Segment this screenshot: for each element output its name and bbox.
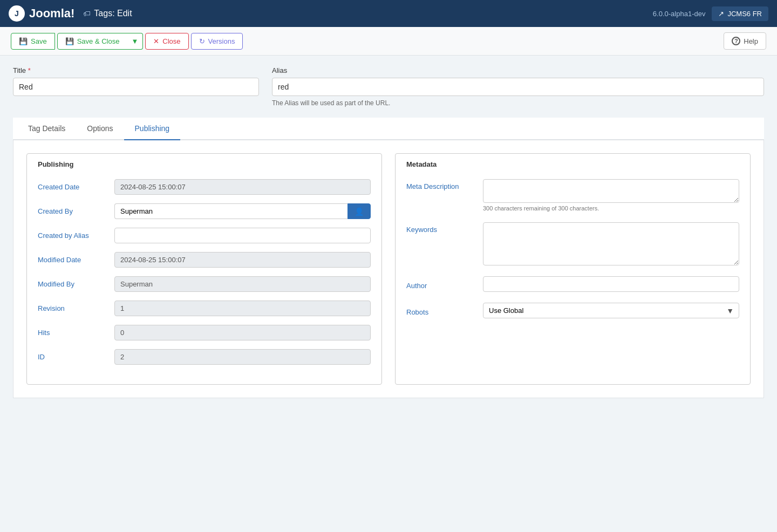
close-icon: ✕ <box>153 37 159 45</box>
help-icon: ? <box>732 37 740 45</box>
modified-by-field: Modified By <box>38 276 371 292</box>
toolbar-help: ? Help <box>724 32 766 50</box>
meta-description-label: Meta Description <box>406 179 476 190</box>
versions-button[interactable]: ↻ Versions <box>191 33 243 50</box>
hits-input <box>114 325 371 340</box>
save-dropdown-button[interactable]: ▼ <box>127 33 143 50</box>
save-button[interactable]: 💾 Save <box>11 33 55 50</box>
alias-label: Alias <box>272 66 764 74</box>
robots-label: Robots <box>406 305 476 316</box>
robots-select[interactable]: Use Global Index, Follow No Index, Follo… <box>483 303 739 318</box>
sections-row: Publishing Created Date Created By 👤 <box>26 153 751 385</box>
created-by-label: Created By <box>38 207 108 215</box>
created-by-user-button[interactable]: 👤 <box>347 203 371 219</box>
user-icon: 👤 <box>355 207 364 216</box>
revision-label: Revision <box>38 304 108 312</box>
alias-input[interactable] <box>272 78 764 96</box>
modified-date-field: Modified Date <box>38 252 371 268</box>
meta-description-field: Meta Description 300 characters remainin… <box>406 179 739 212</box>
robots-field: Robots Use Global Index, Follow No Index… <box>406 303 739 318</box>
publishing-section-title: Publishing <box>38 160 371 168</box>
modified-date-input <box>114 252 371 268</box>
title-label: Title * <box>13 66 259 74</box>
created-by-input[interactable] <box>114 203 347 219</box>
joomla-icon: J <box>9 5 25 22</box>
created-by-alias-label: Created by Alias <box>38 231 108 240</box>
toolbar: 💾 Save 💾 Save & Close ▼ ✕ Close ↻ Versio… <box>0 27 777 56</box>
navbar-right: 6.0.0-alpha1-dev ↗ JCMS6 FR <box>653 6 768 21</box>
tabs: Tag Details Options Publishing <box>13 118 764 140</box>
user-button[interactable]: ↗ JCMS6 FR <box>712 6 768 21</box>
created-date-field: Created Date <box>38 179 371 195</box>
title-group: Title * <box>13 66 259 107</box>
id-field: ID <box>38 349 371 365</box>
meta-description-hint: 300 characters remaining of 300 characte… <box>483 205 739 212</box>
tab-tag-details[interactable]: Tag Details <box>17 118 76 140</box>
keywords-label: Keywords <box>406 222 476 234</box>
id-label: ID <box>38 353 108 361</box>
navbar: J Joomla! 🏷 Tags: Edit 6.0.0-alpha1-dev … <box>0 0 777 27</box>
meta-description-textarea[interactable] <box>483 179 739 203</box>
joomla-logo: J Joomla! <box>9 5 74 22</box>
help-button[interactable]: ? Help <box>724 32 766 50</box>
main-content: Title * Alias The Alias will be used as … <box>0 56 777 409</box>
modified-by-input <box>114 276 371 292</box>
navbar-left: J Joomla! 🏷 Tags: Edit <box>9 5 132 22</box>
keywords-textarea[interactable] <box>483 222 739 265</box>
id-input <box>114 349 371 365</box>
close-button[interactable]: ✕ Close <box>145 33 188 50</box>
created-date-label: Created Date <box>38 183 108 191</box>
title-required: * <box>28 66 31 74</box>
tab-content-publishing: Publishing Created Date Created By 👤 <box>13 140 764 398</box>
meta-description-group: 300 characters remaining of 300 characte… <box>483 179 739 212</box>
author-input[interactable] <box>483 276 739 292</box>
toolbar-actions: 💾 Save 💾 Save & Close ▼ ✕ Close ↻ Versio… <box>11 33 243 50</box>
created-date-input <box>114 179 371 195</box>
modified-by-label: Modified By <box>38 280 108 288</box>
title-input[interactable] <box>13 78 259 96</box>
versions-icon: ↻ <box>199 37 205 45</box>
tab-options[interactable]: Options <box>76 118 124 140</box>
title-alias-row: Title * Alias The Alias will be used as … <box>13 66 764 107</box>
robots-select-wrap: Use Global Index, Follow No Index, Follo… <box>483 303 739 318</box>
modified-date-label: Modified Date <box>38 256 108 264</box>
author-field: Author <box>406 276 739 292</box>
save-close-icon: 💾 <box>65 37 74 45</box>
save-icon: 💾 <box>19 37 28 45</box>
created-by-alias-field: Created by Alias <box>38 228 371 243</box>
created-by-alias-input[interactable] <box>114 228 371 243</box>
alias-group: Alias The Alias will be used as part of … <box>272 66 764 107</box>
metadata-section-title: Metadata <box>406 160 739 168</box>
publishing-section: Publishing Created Date Created By 👤 <box>26 153 382 385</box>
created-by-field: Created By 👤 <box>38 203 371 219</box>
version-text: 6.0.0-alpha1-dev <box>653 10 706 18</box>
revision-input <box>114 301 371 316</box>
hits-label: Hits <box>38 329 108 337</box>
joomla-wordmark: Joomla! <box>29 6 74 21</box>
metadata-section: Metadata Meta Description 300 characters… <box>395 153 751 385</box>
tab-publishing[interactable]: Publishing <box>124 118 181 140</box>
revision-field: Revision <box>38 301 371 316</box>
save-close-button[interactable]: 💾 Save & Close <box>57 33 128 50</box>
created-by-input-group: 👤 <box>114 203 371 219</box>
tag-icon: 🏷 <box>83 9 91 18</box>
page-title: 🏷 Tags: Edit <box>83 9 132 18</box>
keywords-field: Keywords <box>406 222 739 265</box>
alias-hint: The Alias will be used as part of the UR… <box>272 99 764 107</box>
author-label: Author <box>406 278 476 290</box>
hits-field: Hits <box>38 325 371 340</box>
external-link-icon: ↗ <box>718 10 724 18</box>
